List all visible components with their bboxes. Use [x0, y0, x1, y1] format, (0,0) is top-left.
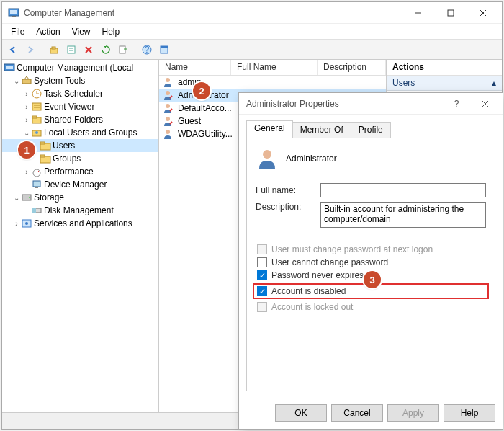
- properties-button[interactable]: [63, 42, 79, 58]
- collapse-icon[interactable]: ⌄: [12, 194, 21, 202]
- svg-point-46: [166, 78, 170, 82]
- tree-disk-management[interactable]: Disk Management: [2, 204, 158, 217]
- annotation-badge-2: 2: [193, 82, 210, 99]
- svg-rect-20: [6, 66, 13, 69]
- user-icon: [162, 102, 174, 114]
- menu-file[interactable]: File: [5, 25, 30, 38]
- maximize-button[interactable]: [434, 2, 467, 24]
- tab-strip: General Member Of Profile: [246, 120, 495, 138]
- app-icon: [8, 7, 19, 19]
- menu-view[interactable]: View: [66, 25, 96, 38]
- menu-action[interactable]: Action: [30, 25, 66, 38]
- titlebar: Computer Management: [2, 2, 502, 24]
- actions-section-users[interactable]: Users ▴: [387, 76, 502, 91]
- full-name-label: Full name:: [256, 185, 320, 195]
- tree-root-label: Computer Management (Local: [17, 63, 133, 73]
- export-button[interactable]: [115, 42, 131, 58]
- full-name-input[interactable]: [320, 183, 486, 197]
- user-icon: [256, 147, 279, 170]
- tree-root[interactable]: Computer Management (Local: [2, 61, 158, 74]
- user-icon: [162, 115, 174, 127]
- svg-rect-43: [32, 208, 36, 213]
- refresh-button[interactable]: [98, 42, 114, 58]
- tree-storage[interactable]: ⌄ Storage: [2, 191, 158, 204]
- svg-point-31: [35, 131, 38, 134]
- up-button[interactable]: [46, 42, 62, 58]
- close-button[interactable]: [471, 93, 500, 115]
- checkbox-icon: [257, 302, 267, 312]
- checkbox-cannot-change-password[interactable]: User cannot change password: [257, 257, 486, 267]
- svg-point-47: [166, 91, 170, 95]
- checkbox-icon: ✓: [257, 286, 267, 296]
- window-title: Computer Management: [24, 8, 402, 18]
- list-header: Name Full Name Description: [159, 60, 386, 76]
- tree-device-manager[interactable]: Device Manager: [2, 178, 158, 191]
- checkbox-account-is-locked-out: Account is locked out: [257, 302, 486, 312]
- annotation-badge-3: 3: [364, 271, 381, 288]
- forward-button[interactable]: [22, 42, 38, 58]
- menu-help[interactable]: Help: [96, 25, 126, 38]
- expand-icon[interactable]: ›: [22, 103, 31, 111]
- tree-system-tools[interactable]: ⌄ System Tools: [2, 74, 158, 87]
- help-button[interactable]: ?: [442, 93, 471, 115]
- tab-general[interactable]: General: [246, 120, 293, 138]
- collapse-icon: ▴: [492, 78, 496, 88]
- tab-member-of[interactable]: Member Of: [292, 122, 351, 138]
- view-button[interactable]: [156, 42, 172, 58]
- svg-point-53: [263, 150, 271, 159]
- tree-pane[interactable]: Computer Management (Local ⌄ System Tool…: [2, 60, 159, 412]
- administrator-properties-dialog: Administrator Properties ? General Membe…: [238, 92, 503, 430]
- expand-icon[interactable]: ›: [22, 116, 31, 124]
- collapse-icon[interactable]: ⌄: [22, 129, 31, 137]
- expand-icon[interactable]: ›: [22, 90, 31, 98]
- svg-point-41: [29, 197, 30, 198]
- svg-rect-29: [32, 116, 37, 118]
- user-name-label: Administrator: [286, 154, 337, 164]
- checkbox-change-password-next-logon: User must change password at next logon: [257, 244, 486, 254]
- col-description[interactable]: Description: [318, 60, 386, 75]
- expand-icon[interactable]: ›: [22, 168, 31, 176]
- delete-button[interactable]: [81, 42, 96, 58]
- dialog-titlebar: Administrator Properties ?: [239, 93, 503, 115]
- svg-rect-18: [161, 46, 168, 48]
- apply-button[interactable]: Apply: [387, 404, 439, 422]
- col-name[interactable]: Name: [159, 60, 231, 75]
- close-button[interactable]: [467, 2, 499, 24]
- col-full-name[interactable]: Full Name: [231, 60, 318, 75]
- tree-shared-folders[interactable]: › Shared Folders: [2, 113, 158, 126]
- svg-rect-39: [35, 187, 38, 188]
- collapse-icon[interactable]: ⌄: [12, 77, 21, 85]
- tree-task-scheduler[interactable]: › Task Scheduler: [2, 87, 158, 100]
- checkbox-icon: ✓: [257, 270, 267, 280]
- tree-local-users-and-groups[interactable]: ⌄ Local Users and Groups: [2, 126, 158, 139]
- menubar: File Action View Help: [2, 24, 502, 40]
- svg-rect-9: [68, 46, 75, 53]
- back-button[interactable]: [5, 42, 21, 58]
- svg-rect-33: [40, 142, 45, 144]
- annotation-badge-1: 1: [18, 141, 35, 159]
- expand-icon[interactable]: ›: [12, 220, 21, 228]
- minimize-button[interactable]: [402, 2, 434, 24]
- description-input[interactable]: [320, 202, 486, 228]
- svg-rect-2: [12, 16, 16, 17]
- help-button[interactable]: Help: [444, 404, 495, 422]
- svg-point-49: [166, 117, 170, 121]
- tree-event-viewer[interactable]: › Event Viewer: [2, 100, 158, 113]
- dialog-buttons: OK Cancel Apply Help: [239, 397, 503, 429]
- cancel-button[interactable]: Cancel: [331, 404, 383, 422]
- svg-rect-25: [32, 103, 41, 110]
- help-button[interactable]: ?: [139, 42, 155, 58]
- checkbox-icon: [257, 244, 267, 254]
- svg-rect-21: [22, 79, 31, 84]
- svg-rect-4: [448, 10, 454, 16]
- ok-button[interactable]: OK: [275, 404, 327, 422]
- user-icon: [162, 128, 174, 140]
- tab-profile[interactable]: Profile: [351, 122, 391, 138]
- svg-point-50: [166, 130, 170, 134]
- svg-point-48: [166, 104, 170, 108]
- svg-rect-8: [52, 47, 55, 49]
- dialog-title: Administrator Properties: [246, 99, 442, 109]
- tree-services-and-applications[interactable]: › Services and Applications: [2, 217, 158, 230]
- user-icon: [162, 76, 174, 88]
- tree-performance[interactable]: › Performance: [2, 165, 158, 178]
